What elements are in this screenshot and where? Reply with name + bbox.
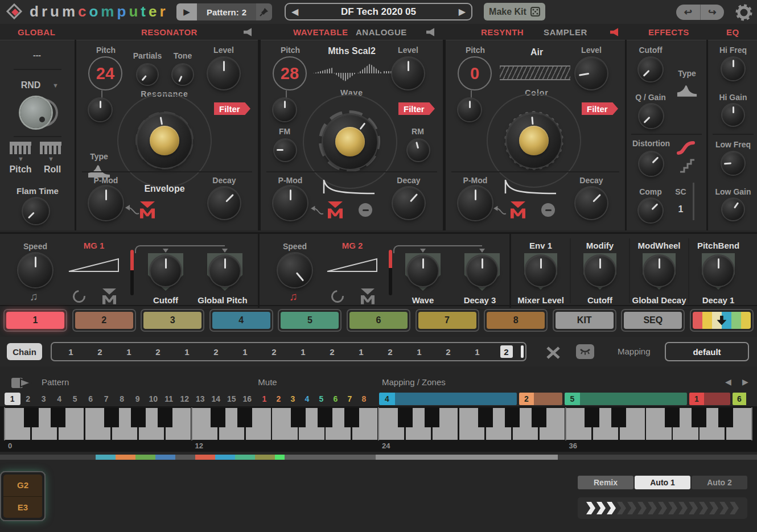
redo-button[interactable]: ↪ bbox=[701, 5, 725, 20]
low-gain-knob[interactable] bbox=[722, 199, 744, 220]
pad-button[interactable]: 4 bbox=[209, 309, 273, 332]
fm-knob[interactable] bbox=[274, 139, 296, 161]
mapping-zone[interactable]: 1 bbox=[689, 393, 730, 405]
mg1-speed-knob[interactable] bbox=[18, 253, 52, 287]
wavetable-env-display[interactable] bbox=[321, 178, 377, 196]
mute-channel[interactable]: 7 bbox=[343, 393, 357, 405]
global-value-display[interactable]: --- bbox=[11, 51, 63, 60]
pattern-step[interactable]: 6 bbox=[83, 393, 99, 405]
chain-button[interactable]: Chain bbox=[7, 343, 42, 360]
mg2-speed-knob[interactable] bbox=[278, 253, 312, 287]
flam-time-knob[interactable] bbox=[23, 198, 49, 224]
mod-slot-amount-knob[interactable] bbox=[644, 255, 674, 286]
zone-number[interactable]: 2 bbox=[519, 393, 534, 405]
chain-step[interactable]: 1 bbox=[181, 345, 194, 358]
pattern-step[interactable]: 12 bbox=[177, 393, 193, 405]
settings-gear-icon[interactable] bbox=[734, 3, 754, 22]
hi-gain-knob[interactable] bbox=[722, 104, 744, 126]
mg2-source-icon[interactable] bbox=[361, 288, 375, 304]
zones-prev-icon[interactable]: ◀ bbox=[725, 377, 731, 386]
wavetable-display[interactable] bbox=[311, 63, 393, 83]
mod-slot-source[interactable]: ModWheel bbox=[631, 241, 688, 250]
chain-step[interactable]: 2 bbox=[384, 345, 397, 358]
resonator-pitch-fine-knob[interactable] bbox=[89, 98, 112, 121]
low-freq-knob[interactable] bbox=[722, 152, 744, 175]
chain-step[interactable]: 1 bbox=[297, 345, 310, 358]
tone-knob[interactable] bbox=[172, 64, 193, 85]
pattern-step[interactable]: 10 bbox=[146, 393, 162, 405]
mod-slot-amount-knob[interactable] bbox=[703, 255, 734, 286]
automation-button[interactable]: Remix bbox=[578, 476, 633, 489]
color-knob[interactable] bbox=[507, 113, 561, 168]
pattern-step[interactable]: 16 bbox=[240, 393, 256, 405]
piano-key-black[interactable] bbox=[131, 408, 146, 427]
preset-browser[interactable]: ◀ DF Tech 2020 05 ▶ bbox=[285, 3, 472, 20]
chain-step[interactable]: 1 bbox=[355, 345, 368, 358]
wavetable-decay-knob[interactable] bbox=[393, 187, 425, 219]
resonance-knob[interactable] bbox=[137, 113, 192, 168]
resynth-sample-name[interactable]: Air bbox=[497, 47, 577, 57]
hide-toggle-button[interactable] bbox=[576, 344, 594, 359]
pad-button[interactable]: 5 bbox=[278, 309, 342, 332]
partials-knob[interactable] bbox=[137, 64, 158, 85]
pattern-export-icon[interactable] bbox=[10, 376, 32, 390]
mod-slot-target[interactable]: Mixer Level bbox=[511, 295, 570, 305]
resonator-filter-badge[interactable]: Filter bbox=[214, 102, 250, 115]
piano-key-black[interactable] bbox=[692, 408, 706, 427]
mg1-loop-icon[interactable] bbox=[71, 288, 88, 306]
make-kit-button[interactable]: Make Kit bbox=[484, 3, 545, 20]
mg2-name[interactable]: MG 2 bbox=[332, 241, 372, 250]
mute-channel[interactable]: 8 bbox=[357, 393, 371, 405]
automation-button[interactable]: Auto 2 bbox=[692, 476, 747, 489]
resynth-mg-source-icon[interactable] bbox=[511, 201, 525, 218]
rm-knob[interactable] bbox=[408, 139, 429, 161]
piano-key-black[interactable] bbox=[505, 408, 520, 427]
wavetable-pitch-fine-knob[interactable] bbox=[273, 98, 296, 121]
preset-prev-icon[interactable]: ◀ bbox=[291, 6, 298, 17]
resynth-pitch-display[interactable]: 0 bbox=[458, 56, 492, 90]
tab-wavetable[interactable]: WAVETABLE bbox=[293, 27, 348, 37]
piano-key-black[interactable] bbox=[425, 408, 439, 427]
piano-key-black[interactable] bbox=[104, 408, 119, 427]
comp-knob[interactable] bbox=[639, 199, 663, 222]
pin-button[interactable] bbox=[256, 3, 272, 20]
pattern-step[interactable]: 5 bbox=[67, 393, 83, 405]
resynth-speaker-icon[interactable] bbox=[610, 28, 620, 36]
pad-random-kit-button[interactable] bbox=[690, 309, 754, 332]
resynth-pitch-fine-knob[interactable] bbox=[458, 98, 481, 121]
pattern-step[interactable]: 7 bbox=[98, 393, 114, 405]
chain-step[interactable]: 1 bbox=[413, 345, 426, 358]
piano-key-black[interactable] bbox=[51, 408, 65, 427]
wavetable-pmod-knob[interactable] bbox=[273, 186, 307, 220]
tab-resynth[interactable]: RESYNTH bbox=[481, 27, 524, 37]
pattern-step[interactable]: 1 bbox=[5, 393, 20, 405]
piano-key-black[interactable] bbox=[158, 408, 172, 427]
envelope-label[interactable]: Envelope bbox=[133, 184, 196, 194]
pattern-step[interactable]: 14 bbox=[208, 393, 224, 405]
zone-range-bar[interactable] bbox=[580, 393, 687, 405]
piano-key-black[interactable] bbox=[478, 408, 493, 427]
chain-step[interactable]: 1 bbox=[123, 345, 135, 358]
piano-key-black[interactable] bbox=[318, 408, 332, 427]
tab-resonator[interactable]: RESONATOR bbox=[141, 27, 198, 37]
mg1-target2-amount-knob[interactable] bbox=[209, 255, 240, 286]
mute-channel[interactable]: 5 bbox=[314, 393, 328, 405]
mg1-sync-note-icon[interactable]: ♫ bbox=[30, 290, 38, 303]
zone-number[interactable]: 5 bbox=[565, 393, 580, 405]
mg1-shape-display[interactable] bbox=[67, 255, 121, 274]
mg2-sync-note-icon[interactable]: ♫ bbox=[289, 290, 298, 303]
pad-button[interactable]: 3 bbox=[141, 309, 204, 332]
piano-key-black[interactable] bbox=[24, 408, 39, 427]
mg2-target2-label[interactable]: Decay 3 bbox=[454, 295, 505, 305]
mg1-target1-amount-knob[interactable] bbox=[150, 255, 181, 286]
mg1-target1-label[interactable]: Cutoff bbox=[147, 295, 184, 305]
mod-slot-source[interactable]: Modify bbox=[571, 241, 628, 250]
wavetable-filter-badge[interactable]: Filter bbox=[398, 102, 435, 115]
pattern-step[interactable]: 15 bbox=[224, 393, 240, 405]
resonator-decay-knob[interactable] bbox=[208, 187, 240, 219]
pattern-step[interactable]: 11 bbox=[161, 393, 177, 405]
filter-type-icon[interactable] bbox=[677, 83, 697, 97]
tab-global[interactable]: GLOBAL bbox=[18, 27, 55, 37]
pitch-keyboard-icon[interactable] bbox=[10, 142, 31, 154]
mg2-shape-display[interactable] bbox=[326, 255, 379, 274]
